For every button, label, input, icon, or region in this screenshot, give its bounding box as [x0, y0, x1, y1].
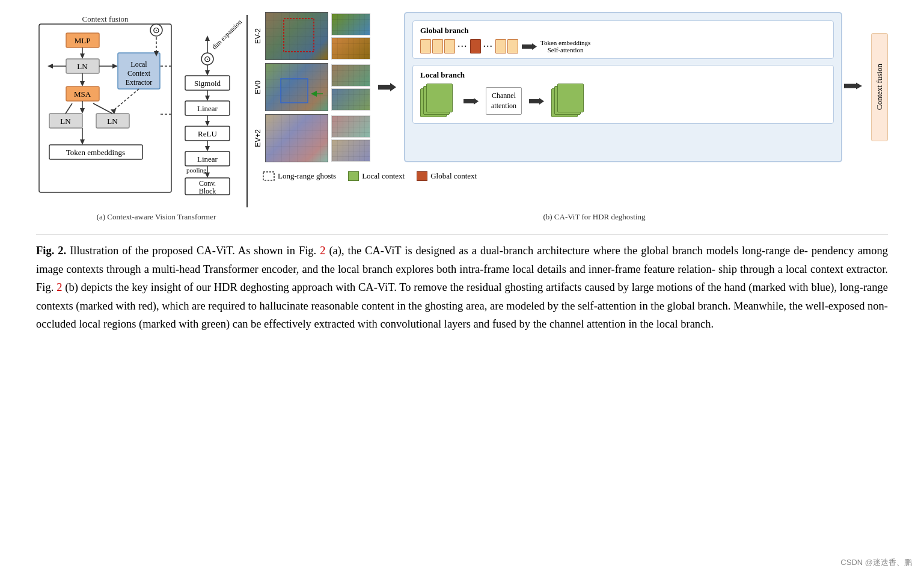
- svg-marker-13: [205, 146, 210, 151]
- legend-long-range: Long-range ghosts: [263, 171, 336, 181]
- svg-marker-6: [80, 139, 85, 145]
- ev2-thumb1: [331, 13, 370, 35]
- conv-block-label1: Conv.: [199, 179, 216, 188]
- global-branch: Global branch ··· ···: [412, 20, 834, 59]
- diagram-section: Context fusion MLP LN Local Context Extr…: [36, 12, 888, 207]
- left-architecture-diagram: Context fusion MLP LN Local Context Extr…: [36, 12, 174, 198]
- dim-expansion-label: dim expansion: [210, 18, 243, 50]
- local-context-extractor-label2: Context: [127, 69, 151, 78]
- local-context-icon: [348, 171, 359, 181]
- ev0-grid-overlay: [266, 64, 328, 111]
- fig-ref-1: 2: [320, 245, 325, 257]
- ev0-thumb2: [331, 88, 370, 111]
- svg-rect-20: [281, 79, 308, 103]
- token-block-1: [420, 39, 431, 53]
- arrow-right-svg: [378, 81, 396, 93]
- channel-attention-label2: attention: [491, 101, 516, 111]
- ca-to-stack-arrow: [529, 97, 544, 106]
- local-context-extractor-label: Local: [130, 60, 147, 69]
- captions-row: (a) Context-aware Vision Transformer (b)…: [36, 212, 888, 222]
- legend-local-context: Local context: [348, 171, 405, 181]
- long-range-icon: [263, 171, 275, 181]
- branch-container: Global branch ··· ···: [404, 12, 842, 162]
- conv-block-label2: Block: [199, 187, 216, 195]
- svg-rect-17: [332, 14, 370, 35]
- global-context-icon: [417, 171, 427, 181]
- svg-marker-3: [112, 64, 118, 69]
- ev-images-area: EV-2: [254, 12, 888, 162]
- ev2-thumb2: [331, 37, 370, 60]
- ev2-main-image: [265, 12, 328, 60]
- svg-marker-10: [205, 70, 210, 76]
- token-block-3: [444, 39, 455, 53]
- svg-marker-5: [80, 108, 85, 114]
- sigmoid-label: Sigmoid: [194, 79, 221, 88]
- ev2plus-thumb2: [331, 139, 370, 162]
- arrow-ln3-up: [93, 103, 112, 114]
- ln2-label: LN: [60, 117, 71, 126]
- svg-marker-2: [47, 64, 53, 69]
- local-branch: Local branch: [412, 65, 834, 124]
- feature-stack-left: [420, 84, 456, 118]
- circle-op-symbol: ⊙: [204, 54, 211, 64]
- ev2-label: EV-2: [254, 28, 262, 44]
- svg-marker-12: [205, 121, 210, 126]
- legend-row: Long-range ghosts Local context Global c…: [254, 171, 888, 181]
- msa-label: MSA: [74, 90, 91, 99]
- ev0-thumbnails: [331, 64, 370, 111]
- right-caption: (b) CA-ViT for HDR deghosting: [301, 212, 888, 222]
- branch-to-cf-arrow: [844, 82, 862, 93]
- svg-marker-29: [522, 43, 537, 50]
- main-paragraph: Fig. 2. Illustration of the proposed CA-…: [36, 242, 888, 334]
- token-embeddings-sublabel: Token embeddings: [540, 39, 590, 46]
- svg-rect-33: [263, 172, 274, 180]
- self-attention-sublabel: Self-attention: [540, 46, 590, 53]
- token-to-sa-arrow: [522, 42, 537, 51]
- svg-marker-31: [529, 98, 544, 105]
- ev2plus-thumb1: [331, 115, 370, 138]
- fig-label: Fig. 2.: [36, 245, 66, 257]
- legend-global-context: Global context: [417, 171, 477, 181]
- fig-ref-2: 2: [57, 281, 62, 293]
- svg-rect-27: [332, 140, 370, 162]
- linear2-label: Linear: [197, 154, 218, 163]
- ev2plus-label: EV+2: [254, 129, 262, 147]
- svg-marker-11: [205, 96, 210, 101]
- token-embeddings-label: Token embeddings: [66, 148, 125, 157]
- context-fusion-vertical: Context fusion: [871, 33, 888, 141]
- pooling-label: pooling: [186, 166, 207, 174]
- ev2plus-grid-overlay: [266, 115, 328, 162]
- t3-grid: [332, 65, 370, 87]
- svg-marker-1: [80, 53, 85, 59]
- token-block-2: [432, 39, 443, 53]
- svg-rect-0: [39, 24, 171, 192]
- thumb2-grid: [332, 38, 370, 60]
- t5-grid: [332, 116, 370, 138]
- sa-label-text: Token embeddings Self-attention: [540, 39, 590, 53]
- token-block-5: [507, 39, 518, 53]
- token-block-4: [495, 39, 506, 53]
- ev2plus-row: EV+2: [254, 114, 370, 162]
- main-container: Context fusion MLP LN Local Context Extr…: [0, 0, 924, 358]
- svg-rect-15: [266, 13, 328, 60]
- context-fusion-vert-label: Context fusion: [875, 64, 884, 111]
- svg-marker-9: [205, 35, 210, 41]
- long-range-label: Long-range ghosts: [278, 171, 336, 181]
- ev0-row: EV0: [254, 63, 370, 111]
- svg-marker-14: [205, 173, 210, 178]
- global-branch-content: ··· ··· Token embeddings: [420, 39, 826, 53]
- token-blocks-group: ··· ···: [420, 39, 518, 53]
- relu-label: ReLU: [198, 129, 217, 138]
- svg-rect-26: [332, 116, 370, 138]
- left-caption: (a) Context-aware Vision Transformer: [36, 212, 277, 222]
- ev2plus-thumbnails: [331, 115, 370, 162]
- arrow-lce-to-ln3: [112, 89, 139, 111]
- svg-marker-28: [378, 83, 396, 91]
- channel-attention-box: Channel attention: [486, 87, 522, 115]
- dots1: ···: [457, 40, 468, 53]
- arrow-ln2-up: [66, 103, 72, 114]
- branch-cf-arrow-svg: [844, 82, 862, 91]
- local-context-label: Local context: [362, 171, 405, 181]
- divider: [36, 234, 888, 234]
- right-diagram-area: EV-2: [248, 12, 888, 181]
